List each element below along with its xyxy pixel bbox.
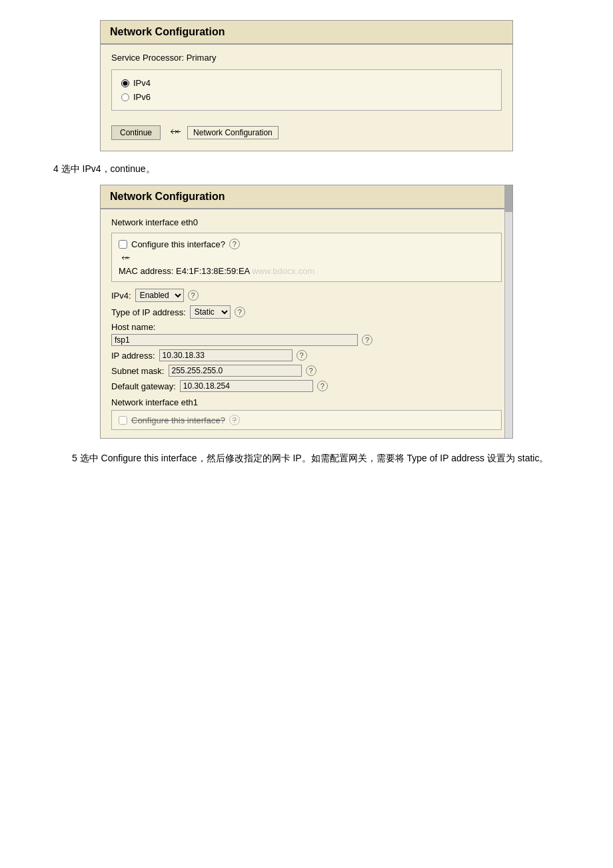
eth1-config-box: Configure this interface? ? (111, 410, 502, 430)
subnet-mask-label: Subnet mask: (111, 366, 165, 376)
hostname-help-icon[interactable]: ? (362, 335, 372, 345)
eth1-configure-help-icon: ? (229, 415, 240, 425)
panel1-title: Network Configuration (101, 21, 512, 45)
button-row-1: Continue ⬾ Network Configuration (111, 120, 502, 143)
eth0-label: Network interface eth0 (111, 217, 502, 227)
continue-button[interactable]: Continue (111, 125, 161, 140)
eth0-config-box: Configure this interface? ? ⬾ MAC addres… (111, 233, 502, 282)
ipv4-select[interactable]: Enabled Disabled (135, 289, 184, 302)
mac-address-row: MAC address: E4:1F:13:8E:59:EA www.bdocx… (119, 266, 494, 276)
type-ip-select[interactable]: Static DHCP (190, 305, 231, 319)
mac-label: MAC address: E4:1F:13:8E:59:EA (119, 266, 250, 276)
ip-address-input[interactable] (159, 349, 293, 361)
service-processor-label: Service Processor: Primary (111, 53, 502, 63)
ipv4-radio[interactable] (121, 79, 129, 87)
configure-interface-row[interactable]: Configure this interface? ? (119, 239, 494, 249)
configure-help-icon[interactable]: ? (229, 239, 240, 249)
ipv6-radio[interactable] (121, 93, 129, 101)
gateway-row: Default gateway: ? (111, 380, 502, 392)
eth1-configure-label: Configure this interface? (131, 415, 225, 425)
gateway-help-icon[interactable]: ? (317, 381, 328, 391)
gateway-input[interactable] (180, 380, 313, 392)
panel2-title: Network Configuration (101, 185, 512, 209)
subnet-help-icon[interactable]: ? (306, 365, 316, 376)
ip-address-label: IP address: (111, 351, 155, 361)
type-ip-label: Type of IP address: (111, 307, 186, 317)
step5-text: 5 选中 Configure this interface，然后修改指定的网卡 … (53, 451, 560, 467)
watermark-text: www.bdocx.com (252, 266, 314, 276)
ipv4-field-label: IPv4: (111, 291, 131, 301)
subnet-mask-row: Subnet mask: ? (111, 365, 502, 377)
hostname-input-row: ? (111, 334, 502, 346)
ip-help-icon[interactable]: ? (297, 350, 307, 361)
ip-address-row: IP address: ? (111, 349, 502, 361)
cursor-icon-2: ⬾ (121, 253, 130, 263)
eth1-configure-row: Configure this interface? ? (119, 415, 494, 425)
hostname-label: Host name: (111, 322, 502, 332)
type-ip-help-icon[interactable]: ? (235, 307, 245, 317)
ip-version-radio-group: IPv4 IPv6 (111, 69, 502, 111)
ipv4-radio-row[interactable]: IPv4 (121, 78, 492, 88)
step4-text: 4 选中 IPv4，continue。 (53, 163, 560, 175)
configure-interface-label: Configure this interface? (131, 239, 225, 249)
ipv4-help-icon[interactable]: ? (188, 290, 199, 301)
subnet-mask-input[interactable] (169, 365, 302, 377)
ipv6-label: IPv6 (133, 92, 151, 102)
hostname-input[interactable] (111, 334, 358, 346)
ipv4-label: IPv4 (133, 78, 151, 88)
eth1-configure-checkbox[interactable] (119, 416, 127, 425)
ipv6-radio-row[interactable]: IPv6 (121, 92, 492, 102)
ipv4-field-row: IPv4: Enabled Disabled ? (111, 289, 502, 302)
type-ip-row: Type of IP address: Static DHCP ? (111, 305, 502, 319)
panel-network-config-1: Network Configuration Service Processor:… (100, 20, 513, 151)
panel-network-config-2: Network Configuration Network interface … (100, 185, 513, 439)
scrollbar[interactable] (504, 185, 512, 438)
configure-interface-checkbox[interactable] (119, 240, 127, 249)
gateway-label: Default gateway: (111, 381, 176, 391)
scrollbar-thumb[interactable] (504, 185, 512, 212)
eth1-label: Network interface eth1 (111, 397, 502, 407)
cursor-arrow-icon: ⬾ (170, 127, 181, 139)
tooltip-label: Network Configuration (187, 126, 279, 139)
